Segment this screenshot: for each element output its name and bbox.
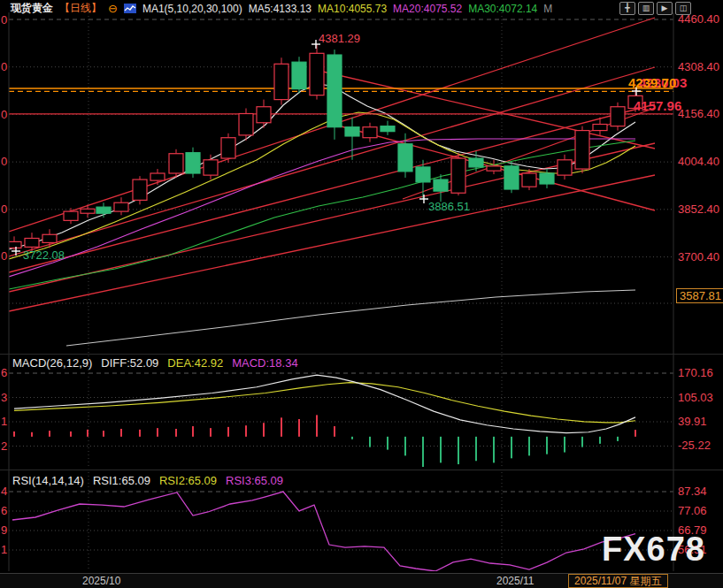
- play-panel-icon[interactable]: ▶: [657, 2, 673, 15]
- candle[interactable]: [398, 144, 412, 172]
- macd-bar: [120, 429, 122, 437]
- macd-bar: [387, 437, 388, 450]
- rsi-header: RSI(14,14,14) RSI1:65.09 RSI2:65.09 RSI3…: [12, 474, 283, 487]
- rsi1-value: RSI1:65.09: [93, 474, 150, 487]
- macd-bar: [263, 423, 265, 437]
- candle[interactable]: [522, 173, 536, 187]
- macd-bar: [210, 428, 212, 437]
- macd-axis-label: 170.16: [678, 366, 713, 379]
- time-axis[interactable]: 2025/10 2025/11 2025/11/07 星期五: [0, 573, 723, 588]
- rsi-axis-label: 77.06: [678, 504, 707, 517]
- candle[interactable]: [42, 234, 57, 242]
- left-axis-fragment: 6: [1, 504, 7, 517]
- candle[interactable]: [257, 107, 271, 123]
- macd-diff-value: DIFF:52.09: [101, 356, 158, 370]
- rally-start-low-label: 3722.08: [23, 248, 65, 262]
- macd-bar: [564, 437, 565, 453]
- candle[interactable]: [558, 160, 572, 175]
- candle[interactable]: [575, 131, 589, 169]
- zoom-out-icon[interactable]: ⊖: [108, 2, 118, 15]
- macd-bar: [635, 430, 636, 437]
- month-label-nov: 2025/11: [496, 575, 535, 587]
- ma5-value: MA5:4133.13: [249, 3, 312, 15]
- candle[interactable]: [204, 160, 218, 175]
- candle[interactable]: [64, 211, 78, 220]
- candle[interactable]: [345, 127, 359, 136]
- y-axis-label: 3852.40: [678, 202, 719, 216]
- ma10-value: MA10:4055.73: [318, 3, 387, 15]
- candle[interactable]: [239, 114, 253, 135]
- candle[interactable]: [381, 126, 395, 132]
- left-axis-fragment: 6: [1, 366, 7, 379]
- left-axis-fragment: 1: [1, 543, 7, 556]
- candle[interactable]: [540, 173, 554, 184]
- move-icon[interactable]: ╋: [619, 2, 635, 15]
- candle[interactable]: [363, 127, 377, 138]
- candle[interactable]: [274, 64, 288, 99]
- red-hline-price-label: 4157.96: [634, 98, 681, 113]
- left-axis-fragment: 0: [1, 202, 7, 216]
- chart-canvas[interactable]: [0, 0, 723, 588]
- left-axis-fragment: 0: [1, 13, 7, 27]
- left-axis-fragment: 9: [1, 523, 7, 537]
- candle[interactable]: [221, 138, 235, 158]
- left-axis-fragment: 0: [1, 108, 7, 121]
- last-price-label: 4239.70: [628, 75, 676, 90]
- ma100-truncated-label: M: [543, 3, 552, 15]
- fx678-watermark: FX678: [602, 531, 705, 569]
- candle[interactable]: [469, 158, 483, 167]
- candle[interactable]: [487, 166, 501, 171]
- macd-bar: [334, 426, 335, 437]
- chart-type-icon[interactable]: [124, 4, 136, 13]
- candle[interactable]: [416, 167, 430, 182]
- candle[interactable]: [593, 125, 607, 131]
- candle[interactable]: [25, 238, 39, 247]
- macd-bar: [298, 419, 300, 437]
- macd-bar: [617, 437, 619, 441]
- period-label: 【日线】: [59, 1, 102, 16]
- macd-axis-label: -25.22: [678, 439, 711, 452]
- macd-bar: [458, 437, 459, 464]
- candle[interactable]: [186, 153, 200, 173]
- candle[interactable]: [81, 209, 95, 213]
- macd-bar: [316, 415, 318, 436]
- left-axis-fragment: 4: [1, 485, 7, 498]
- candle[interactable]: [327, 55, 342, 127]
- ma30-value: MA30:4072.14: [468, 3, 537, 15]
- candle[interactable]: [292, 62, 306, 88]
- y-axis-label: 4004.40: [678, 155, 719, 168]
- macd-bar: [157, 428, 158, 437]
- macd-hist-value: MACD:18.34: [232, 356, 297, 370]
- macd-bar: [581, 437, 583, 447]
- trading-app-window: 4460.404308.404156.404004.403852.403700.…: [0, 0, 723, 588]
- ma-settings-label: MA1(5,10,20,30,100): [142, 3, 242, 15]
- candle[interactable]: [150, 173, 165, 180]
- macd-bar: [175, 429, 177, 437]
- candle[interactable]: [310, 53, 324, 95]
- candle[interactable]: [504, 166, 519, 189]
- macd-bar: [103, 431, 104, 437]
- split-window-icon[interactable]: ◫: [675, 2, 691, 15]
- macd-bar: [13, 431, 15, 437]
- macd-bar: [404, 437, 406, 456]
- macd-bar: [245, 425, 247, 437]
- macd-bar: [192, 426, 194, 437]
- macd-bar: [87, 430, 88, 437]
- swing-low-label: 3886.51: [428, 200, 470, 213]
- candle[interactable]: [96, 207, 111, 213]
- macd-settings-label: MACD(26,12,9): [12, 356, 92, 370]
- left-axis-fragment: 1: [1, 415, 7, 428]
- candle[interactable]: [169, 154, 183, 173]
- rsi3-value: RSI3:65.09: [226, 474, 283, 487]
- candle[interactable]: [133, 179, 147, 200]
- indicator-panel-icon[interactable]: ▥: [638, 2, 654, 15]
- current-date-box: 2025/11/07 星期五: [568, 574, 668, 588]
- macd-bar: [493, 437, 495, 463]
- candle[interactable]: [611, 107, 625, 126]
- candle[interactable]: [434, 179, 448, 191]
- candle[interactable]: [451, 158, 465, 193]
- macd-bar: [369, 437, 371, 447]
- candle[interactable]: [114, 202, 128, 211]
- macd-axis-label: 39.91: [678, 415, 707, 428]
- macd-bar: [511, 437, 512, 458]
